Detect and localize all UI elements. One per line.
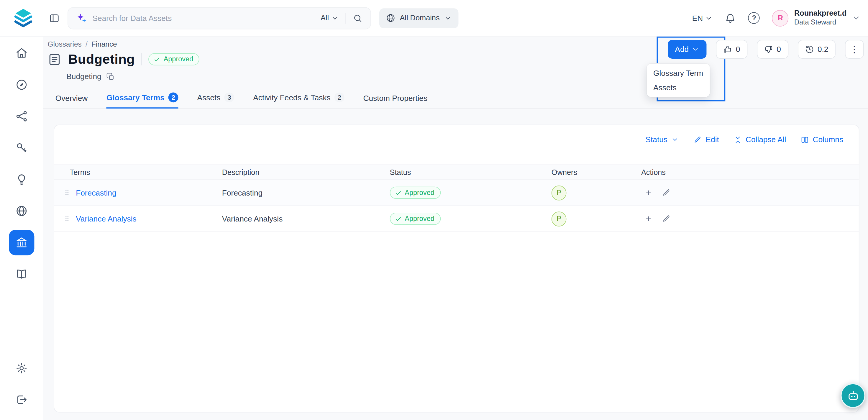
column-header-description: Description	[216, 164, 384, 180]
term-description: Variance Analysis	[216, 206, 384, 232]
edit-button[interactable]: Edit	[693, 135, 719, 144]
language-selector[interactable]: EN	[692, 13, 713, 22]
check-icon	[395, 215, 402, 222]
check-icon	[395, 189, 402, 196]
term-link[interactable]: Forecasting	[76, 188, 116, 197]
copy-icon[interactable]	[106, 72, 115, 81]
tab-activity-feeds[interactable]: Activity Feeds & Tasks 2	[253, 93, 344, 109]
sidebar-item-govern-glossary[interactable]	[9, 230, 34, 255]
more-options-kebab-icon[interactable]: ⋮	[845, 40, 864, 59]
sidebar-item-lineage[interactable]	[9, 103, 34, 129]
status-filter-dropdown[interactable]: Status	[645, 135, 679, 144]
tab-count-badge: 3	[224, 93, 235, 102]
drag-handle-icon[interactable]	[63, 215, 71, 222]
drag-handle-icon[interactable]	[63, 189, 71, 197]
collapse-vertical-icon	[734, 136, 742, 144]
tab-label: Glossary Terms	[106, 93, 164, 102]
downvote-count: 0	[777, 45, 781, 54]
global-search[interactable]: All	[67, 7, 371, 29]
breadcrumb-finance-link[interactable]: Finance	[91, 40, 117, 48]
ai-sparkle-icon	[76, 12, 87, 24]
tab-label: Custom Properties	[363, 93, 427, 102]
chevron-down-icon	[705, 14, 713, 22]
graph-nodes-icon	[16, 110, 28, 122]
glossary-document-icon	[48, 52, 61, 66]
column-header-terms: Terms	[54, 164, 216, 180]
domains-filter-button[interactable]: All Domains	[379, 8, 459, 28]
version-value: 0.2	[817, 45, 829, 54]
sidebar-item-data-quality[interactable]	[9, 135, 34, 160]
search-input[interactable]	[93, 13, 320, 22]
tab-glossary-terms[interactable]: Glossary Terms 2	[106, 93, 179, 109]
collapse-all-button[interactable]: Collapse All	[734, 135, 786, 144]
user-initial: R	[778, 14, 783, 22]
chevron-down-icon	[671, 136, 679, 143]
globe-icon	[386, 13, 395, 23]
owner-avatar[interactable]: P	[552, 211, 566, 226]
page-subtitle-row: Budgeting	[66, 72, 115, 81]
breadcrumb-glossaries-link[interactable]: Glossaries	[48, 40, 82, 48]
compass-icon	[16, 79, 28, 91]
version-button[interactable]: 0.2	[798, 40, 836, 59]
tab-custom-properties[interactable]: Custom Properties	[363, 93, 427, 109]
page-subtitle: Budgeting	[66, 72, 101, 81]
add-button[interactable]: Add	[668, 40, 706, 59]
term-status-label: Approved	[405, 215, 434, 222]
column-header-status: Status	[384, 164, 546, 180]
tab-assets[interactable]: Assets 3	[197, 93, 235, 109]
edit-term-icon[interactable]	[661, 188, 670, 197]
columns-button[interactable]: Columns	[801, 135, 843, 144]
column-header-actions: Actions	[636, 164, 859, 180]
help-icon[interactable]: ?	[748, 12, 760, 24]
sidebar-item-home[interactable]	[9, 40, 34, 66]
tab-count-badge: 2	[335, 93, 344, 102]
table-row: Forecasting Forecasting Approved	[54, 180, 859, 206]
chevron-down-icon	[852, 14, 860, 22]
user-menu[interactable]: R Rounakpreet.d Data Steward	[772, 9, 860, 27]
sidebar-toggle-icon[interactable]	[49, 12, 60, 24]
tab-overview[interactable]: Overview	[56, 93, 88, 109]
edit-button-label: Edit	[706, 135, 719, 144]
add-child-term-icon[interactable]: +	[646, 214, 652, 224]
sidebar-item-knowledge-center[interactable]	[9, 261, 34, 287]
add-child-term-icon[interactable]: +	[646, 187, 652, 198]
sidebar-item-domains[interactable]	[9, 198, 34, 223]
check-icon	[154, 56, 161, 63]
version-history-icon	[805, 45, 814, 54]
topbar-right: EN ? R Rounakpreet.d Data Steward	[692, 9, 861, 27]
settings-gear-icon[interactable]	[9, 355, 34, 381]
logout-icon[interactable]	[9, 387, 34, 412]
term-link[interactable]: Variance Analysis	[76, 214, 136, 223]
lightbulb-icon	[16, 173, 28, 185]
term-status-badge: Approved	[390, 213, 441, 225]
sidebar-item-insights[interactable]	[9, 167, 34, 192]
app-logo-icon	[12, 7, 34, 29]
search-scope-dropdown[interactable]: All	[320, 14, 339, 22]
status-badge: Approved	[149, 53, 199, 65]
chevron-down-icon	[444, 14, 452, 22]
columns-icon	[801, 136, 809, 144]
chatbot-button[interactable]	[841, 383, 865, 408]
menu-item-glossary-term[interactable]: Glossary Term	[647, 66, 710, 80]
kebab-glyph: ⋮	[850, 43, 859, 55]
globe-icon	[16, 205, 28, 217]
home-icon	[16, 47, 28, 59]
column-header-owners: Owners	[546, 164, 636, 180]
table-row: Variance Analysis Variance Analysis Appr…	[54, 206, 859, 232]
downvote-button[interactable]: 0	[757, 40, 788, 59]
notifications-bell-icon[interactable]	[725, 12, 736, 24]
menu-item-assets[interactable]: Assets	[647, 80, 710, 95]
upvote-button[interactable]: 0	[716, 40, 747, 59]
add-dropdown-menu: Glossary Term Assets	[647, 64, 710, 97]
top-bar: All All Domains EN ?	[0, 0, 868, 36]
status-filter-label: Status	[645, 135, 668, 144]
open-book-icon	[16, 268, 28, 280]
key-icon	[16, 142, 28, 154]
robot-icon	[846, 389, 860, 402]
breadcrumb-separator: /	[86, 40, 88, 48]
edit-term-icon[interactable]	[661, 214, 670, 223]
owner-avatar[interactable]: P	[552, 185, 566, 200]
search-icon[interactable]	[353, 13, 363, 23]
sidebar-item-explore[interactable]	[9, 72, 34, 97]
add-button-label: Add	[675, 45, 689, 54]
